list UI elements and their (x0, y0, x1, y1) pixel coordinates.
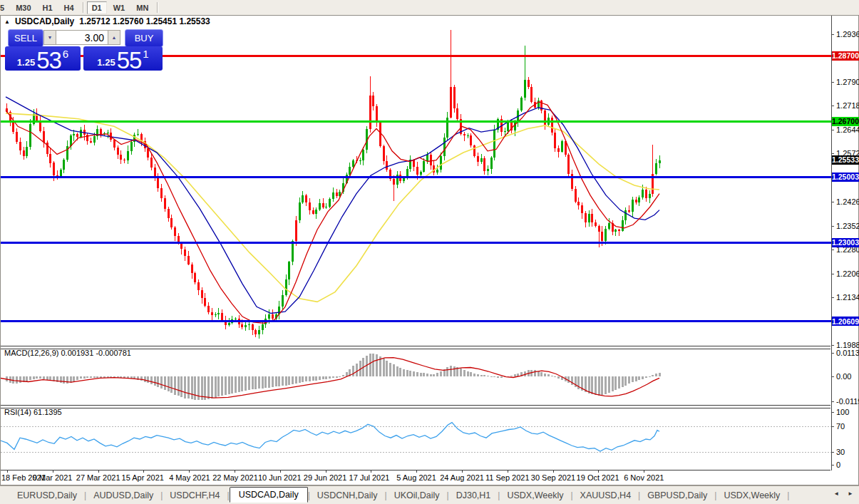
candle-body (187, 256, 190, 264)
date-tick (326, 470, 326, 473)
macd-histogram-bar (278, 376, 280, 386)
macd-histogram-bar (426, 374, 428, 376)
candle-body (635, 200, 637, 202)
macd-histogram-bar (39, 376, 41, 379)
spread-decrease-button[interactable]: ▼ (43, 30, 56, 45)
candle-body (73, 134, 75, 135)
candle-body (16, 132, 18, 142)
candle-body (309, 202, 311, 210)
macd-histogram-bar (635, 376, 637, 381)
candle-body (53, 163, 55, 175)
macd-histogram-bar (433, 374, 435, 376)
date-label: 9 Mar 2021 (33, 473, 73, 482)
timeframe-button-m30[interactable]: M30 (11, 1, 36, 14)
timeframe-button-h4[interactable]: H4 (59, 1, 79, 14)
axis-tick (831, 34, 834, 35)
candle-body (76, 134, 78, 137)
symbol-tab-eurusd-0[interactable]: EURUSD,Daily (10, 488, 84, 503)
macd-histogram-bar (369, 354, 371, 376)
axis-tick (831, 401, 834, 402)
timeframe-button-h1[interactable]: H1 (38, 1, 58, 14)
macd-histogram-bar (86, 376, 88, 378)
symbol-tab-xauusd-8[interactable]: XAUUSD,H4 (573, 488, 639, 503)
candle-body (43, 131, 45, 143)
timeframe-button-w1[interactable]: W1 (108, 1, 130, 14)
candle-body (575, 189, 577, 202)
candle-body (26, 147, 28, 157)
macd-histogram-bar (446, 367, 448, 376)
symbol-tab-audusd-1[interactable]: AUDUSD,Daily (86, 488, 160, 503)
symbol-tab-usdx-10[interactable]: USDX,Weekly (716, 488, 787, 503)
tab-scroll-right-icon[interactable]: ► (848, 490, 853, 497)
macd-histogram-bar (191, 376, 193, 399)
candle-body (470, 135, 472, 145)
candle-body (150, 158, 153, 168)
volume-input[interactable]: 3.00 (56, 30, 108, 45)
symbol-tab-usdcnh-4[interactable]: USDCNH,Daily (310, 488, 385, 503)
tab-scroll-left-icon[interactable]: ◄ (833, 490, 839, 497)
candle-body (282, 295, 284, 307)
price-tick-label: 1.26440 (836, 125, 859, 134)
macd-histogram-bar (325, 376, 327, 379)
candle-body (645, 190, 647, 198)
price-axis[interactable]: 1.293601.279001.271801.264401.257201.242… (831, 16, 859, 470)
candle-body (369, 96, 371, 129)
symbol-tab-dj30-6[interactable]: DJ30,H1 (449, 488, 498, 503)
candle-body (217, 313, 220, 314)
candle-body (329, 199, 331, 207)
symbol-tab-ukoil-5[interactable]: UKOil,Daily (387, 488, 447, 503)
axis-tick (831, 226, 834, 227)
buy-price-button[interactable]: 1.25 55 1 (83, 46, 163, 71)
buy-button[interactable]: BUY (125, 29, 163, 47)
rsi-line (1, 423, 659, 452)
candle-body (528, 80, 530, 87)
candle-body (100, 129, 102, 134)
candle-body (204, 298, 206, 306)
sell-button[interactable]: SELL (8, 29, 43, 47)
candle-body (272, 314, 274, 319)
pane-separator[interactable] (1, 405, 830, 408)
candle-body (588, 214, 590, 222)
sell-price-button[interactable]: 1.25 53 6 (5, 46, 81, 71)
level-price-badge: 1.28700 (832, 51, 859, 61)
macd-histogram-bar (90, 376, 92, 378)
macd-label: MACD(12,26,9) 0.001931 -0.000781 (4, 349, 131, 357)
rsi-pane[interactable] (1, 407, 831, 470)
collapse-arrow-icon[interactable]: ▲ (4, 19, 10, 25)
macd-histogram-bar (204, 376, 206, 400)
symbol-tab-usdx-7[interactable]: USDX,Weekly (500, 488, 570, 503)
macd-histogram-bar (322, 376, 324, 379)
macd-histogram-bar (453, 366, 456, 376)
timeframe-button-mn[interactable]: MN (131, 1, 153, 14)
candle-body (618, 230, 620, 230)
macd-histogram-bar (514, 374, 516, 376)
candle-body (127, 151, 129, 160)
candle-body (601, 232, 603, 242)
symbol-tab-usdchf-2[interactable]: USDCHF,H4 (163, 488, 227, 503)
candle-body (262, 324, 264, 330)
macd-histogram-bar (473, 374, 475, 377)
macd-histogram-bar (497, 376, 499, 378)
candle-body (157, 178, 159, 188)
date-tick (143, 470, 144, 473)
date-label: 27 Mar 2021 (76, 473, 120, 482)
candle-body (221, 313, 223, 320)
spread-increase-button[interactable]: ▲ (108, 30, 120, 45)
macd-histogram-bar (215, 376, 217, 398)
candle-body (12, 121, 14, 132)
candle-body (396, 175, 398, 185)
timeframe-button-5[interactable]: 5 (0, 1, 9, 14)
symbol-tab-gbpusd-9[interactable]: GBPUSD,Daily (640, 488, 714, 503)
macd-histogram-bar (170, 376, 173, 393)
candle-body (638, 197, 640, 202)
timeframe-button-d1[interactable]: D1 (87, 1, 107, 14)
macd-histogram-bar (463, 370, 465, 376)
macd-histogram-bar (26, 376, 28, 381)
macd-histogram-bar (184, 376, 186, 398)
macd-histogram-bar (645, 376, 647, 378)
candle-body (614, 230, 617, 232)
symbol-tab-usdcad-3[interactable]: USDCAD,Daily (230, 487, 308, 503)
macd-histogram-bar (235, 376, 237, 393)
date-label: 11 Sep 2021 (485, 473, 530, 482)
macd-histogram-bar (217, 376, 220, 396)
